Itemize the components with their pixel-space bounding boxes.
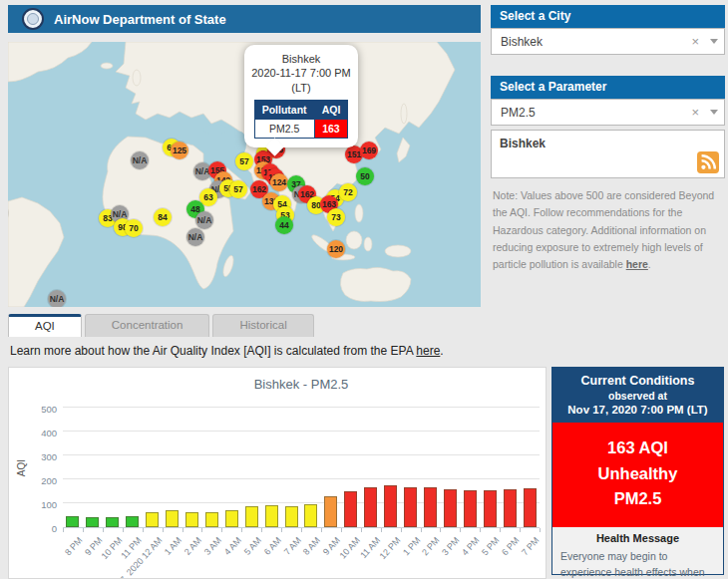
world-map[interactable]: 83N/A98708461125N/AN/A155142N/A55576348N… (8, 42, 481, 307)
x-tick (480, 528, 481, 532)
chart-bar[interactable] (106, 517, 119, 527)
chart-bar[interactable] (225, 510, 238, 527)
view-tabs: AQIConcentrationHistorical (8, 314, 314, 337)
learn-more-here-link[interactable]: here (416, 344, 440, 358)
current-conditions-panel: Current Conditions observed at Nov 17, 2… (551, 367, 724, 575)
chart-bar[interactable] (424, 487, 437, 527)
popup-table: Pollutant AQI PM2.5 163 (254, 100, 349, 139)
tab-concentration[interactable]: Concentration (85, 314, 210, 337)
popup-pollutant-value: PM2.5 (254, 119, 314, 138)
aqi-marker[interactable]: 124 (270, 173, 288, 191)
chart-bar[interactable] (146, 512, 159, 527)
parameter-caret-icon[interactable] (710, 110, 718, 115)
parameter-clear-icon[interactable]: × (684, 105, 706, 120)
x-tick-label: 1 AM (163, 535, 183, 557)
chart-bar[interactable] (265, 505, 278, 527)
aqi-marker[interactable]: 73 (327, 208, 345, 226)
x-tick-label: 8 AM (301, 535, 322, 557)
x-tick-label: 4 PM (460, 535, 481, 557)
rss-icon[interactable] (697, 151, 719, 173)
tab-aqi[interactable]: AQI (8, 314, 82, 337)
chart-bar[interactable] (464, 490, 477, 527)
chart-plot-area (63, 409, 540, 528)
aqi-marker[interactable]: N/A (195, 211, 213, 229)
aqi-marker[interactable]: 84 (154, 208, 172, 226)
chart-bar[interactable] (524, 488, 537, 527)
aqi-marker[interactable]: 120 (327, 240, 345, 258)
aqi-marker[interactable]: 125 (171, 142, 188, 159)
aqi-chart: Bishkek - PM2.5 AQI 8 PM9 PM10 PM11 PM17… (8, 367, 546, 579)
city-clear-icon[interactable]: × (684, 34, 706, 49)
map-header-bar: AirNow Department of State (8, 5, 481, 33)
city-caret-icon[interactable] (710, 39, 718, 44)
x-tick-label: 10 PM (99, 535, 124, 561)
airnow-page: AirNow Department of State (0, 0, 728, 579)
chart-bar[interactable] (166, 510, 179, 527)
chart-bar[interactable] (504, 489, 517, 527)
aqi-marker[interactable]: 57 (235, 152, 253, 170)
aqi-marker[interactable]: 70 (125, 219, 143, 237)
x-tick (460, 528, 461, 532)
parameter-select[interactable]: PM2.5 × (491, 99, 725, 126)
learn-more-text: Learn more about how the Air Quality Ind… (10, 344, 444, 358)
x-tick-label: 2 AM (182, 535, 203, 557)
note-text: Note: Values above 500 are considered Be… (493, 189, 714, 270)
city-select[interactable]: Bishkek × (491, 28, 725, 55)
y-tick-label: 500 (23, 404, 57, 415)
aqi-marker[interactable]: 72 (339, 183, 357, 201)
chart-bar[interactable] (384, 485, 397, 527)
cc-health-title: Health Message (560, 532, 715, 544)
chart-bar[interactable] (344, 491, 357, 527)
app-title: AirNow Department of State (54, 12, 226, 27)
chart-bar[interactable] (304, 504, 317, 527)
x-tick-label: 12 PM (377, 535, 402, 561)
gridline (63, 478, 540, 479)
popup-datetime: 2020-11-17 7:00 PM (249, 66, 353, 80)
y-tick-label: 100 (23, 499, 57, 510)
aqi-marker[interactable]: N/A (186, 228, 204, 246)
chart-bar[interactable] (86, 517, 99, 527)
popup-col-aqi: AQI (314, 100, 348, 119)
chart-bar[interactable] (285, 506, 298, 527)
x-tick-label: 11 AM (358, 535, 382, 560)
x-tick-label: 7 AM (281, 535, 302, 557)
learn-more-suffix: . (440, 344, 443, 358)
chart-bar[interactable] (185, 512, 198, 527)
y-tick-label: 300 (23, 451, 57, 462)
note-here-link[interactable]: here (626, 258, 648, 270)
chart-bar[interactable] (364, 487, 377, 527)
chart-bar[interactable] (66, 516, 79, 527)
x-tick (83, 528, 84, 532)
x-tick (261, 528, 262, 532)
x-tick-label: 4 AM (222, 535, 243, 557)
chart-bar[interactable] (484, 490, 497, 527)
x-tick (201, 528, 202, 532)
aqi-marker[interactable]: 44 (275, 216, 293, 234)
y-tick-label: 400 (23, 428, 57, 438)
x-tick-label: 6 PM (500, 535, 521, 557)
chart-bar[interactable] (245, 506, 258, 527)
chart-bar[interactable] (126, 516, 139, 527)
cc-health-text: Everyone may begin to experience health … (560, 548, 715, 579)
cc-subtitle: observed at (556, 390, 719, 402)
chart-bar[interactable] (404, 487, 417, 527)
city-feed-box[interactable]: Bishkek (491, 130, 725, 178)
x-tick-label: 1 PM (400, 535, 421, 557)
gridline (63, 454, 540, 455)
x-tick-label: 5 PM (480, 535, 501, 557)
chart-bar[interactable] (205, 512, 218, 527)
aqi-marker[interactable]: 50 (356, 167, 374, 185)
chart-bar[interactable] (324, 496, 337, 527)
chart-bar[interactable] (444, 489, 457, 527)
aqi-marker[interactable]: N/A (131, 151, 149, 169)
x-tick (163, 528, 164, 532)
cc-health-section: Health Message Everyone may begin to exp… (552, 527, 723, 579)
aqi-marker[interactable]: 57 (229, 180, 247, 198)
aqi-marker[interactable]: N/A (48, 290, 66, 307)
select-parameter-header: Select a Parameter (491, 76, 725, 99)
map-popup: Bishkek 2020-11-17 7:00 PM (LT) Pollutan… (244, 45, 358, 147)
cc-aqi-pollutant: PM2.5 (556, 486, 719, 512)
tab-historical[interactable]: Historical (212, 314, 313, 337)
cc-aqi-value: 163 AQI (556, 435, 719, 461)
aqi-marker[interactable]: 169 (360, 142, 378, 159)
